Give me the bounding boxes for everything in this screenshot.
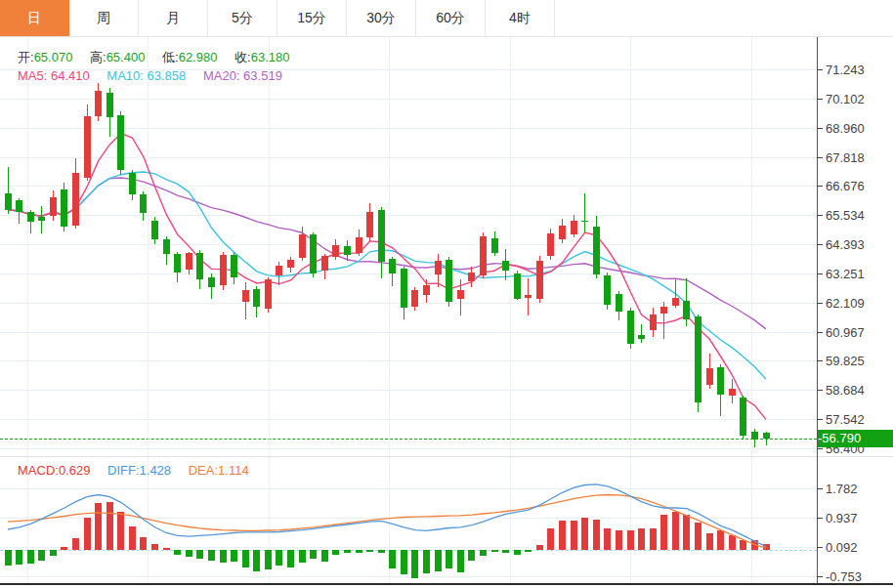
- candle: [729, 389, 736, 396]
- candle: [480, 236, 487, 275]
- time-gridline: [751, 457, 752, 583]
- candle: [321, 256, 328, 271]
- macd-histogram-bar: [457, 550, 464, 572]
- candle: [61, 189, 67, 227]
- candle: [502, 261, 509, 271]
- candle: [650, 315, 657, 330]
- candle: [5, 193, 12, 210]
- ma10-value: MA10: 63.858: [106, 68, 186, 83]
- macd-histogram-bar: [751, 540, 758, 551]
- candle: [547, 233, 554, 256]
- price-axis-label: 70.102: [826, 91, 865, 105]
- macd-histogram-bar: [151, 544, 158, 550]
- price-gridline: [0, 419, 817, 420]
- current-price-tag: -56.790: [818, 430, 893, 447]
- axis-tick-mark: [817, 186, 823, 187]
- candle: [378, 210, 385, 262]
- tab-60min[interactable]: 60分: [416, 0, 486, 36]
- axis-tick-mark: [817, 244, 823, 245]
- price-gridline: [0, 303, 817, 304]
- candle: [616, 294, 622, 312]
- candle: [332, 245, 339, 257]
- price-axis-label: 60.967: [826, 324, 865, 339]
- macd-histogram-bar: [95, 503, 102, 551]
- candle: [356, 237, 362, 253]
- price-gridline: [0, 244, 817, 245]
- kline-app: 日周月5分15分30分60分4时 开:65.070 高:65.400 低:62.…: [0, 0, 893, 588]
- candle: [423, 285, 430, 296]
- candle: [457, 290, 464, 298]
- macd-histogram-bar: [129, 526, 136, 550]
- candle: [95, 91, 102, 116]
- price-gridline: [0, 186, 817, 187]
- price-axis-label: 62.109: [826, 295, 865, 310]
- candle: [117, 115, 124, 170]
- candle: [276, 266, 282, 275]
- candle: [627, 311, 634, 344]
- candle: [208, 277, 215, 287]
- macd-histogram-bar: [571, 521, 577, 550]
- macd-histogram-bar: [423, 550, 430, 573]
- macd-histogram-bar: [683, 515, 690, 551]
- price-axis-line: [817, 37, 818, 585]
- ma10-line: [8, 172, 766, 379]
- axis-tick-mark: [817, 303, 823, 304]
- candle: [220, 255, 227, 286]
- axis-tick-mark: [817, 518, 823, 519]
- candle-wick: [584, 193, 585, 233]
- price-axis-label: 63.251: [826, 266, 865, 280]
- macd-histogram-bar: [389, 550, 396, 567]
- time-gridline: [630, 457, 631, 583]
- candle: [151, 221, 158, 238]
- macd-histogram-bar: [106, 502, 113, 551]
- macd-histogram-bar: [401, 550, 407, 573]
- candle: [84, 116, 91, 178]
- tab-day[interactable]: 日: [0, 0, 69, 36]
- tab-30min[interactable]: 30分: [347, 0, 416, 36]
- macd-histogram-bar: [72, 538, 79, 550]
- tab-month[interactable]: 月: [139, 0, 208, 36]
- tab-4hour[interactable]: 4时: [486, 0, 555, 36]
- price-axis-label: 67.818: [826, 149, 865, 164]
- macd-histogram-bar: [616, 530, 622, 550]
- tab-5min[interactable]: 5分: [208, 0, 277, 36]
- time-gridline: [27, 37, 28, 456]
- macd-zero-line: [0, 550, 817, 551]
- tab-15min[interactable]: 15分: [277, 0, 347, 36]
- price-gridline: [0, 99, 817, 100]
- candle: [672, 298, 679, 306]
- candlestick-chart[interactable]: 开:65.070 高:65.400 低:62.980 收:63.180 MA5:…: [0, 37, 817, 456]
- candle: [299, 234, 306, 257]
- macd-histogram-bar: [581, 518, 588, 550]
- candle: [253, 289, 260, 307]
- price-axis-label: 59.825: [826, 354, 865, 368]
- macd-histogram-bar: [514, 550, 521, 555]
- candle: [525, 295, 532, 298]
- ma20-value: MA20: 63.519: [203, 68, 282, 83]
- macd-chart[interactable]: MACD:0.629 DIFF:1.428 DEA:1.114: [0, 457, 817, 583]
- macd-histogram-bar: [740, 540, 746, 550]
- candle: [186, 253, 192, 270]
- macd-histogram-bar: [356, 550, 362, 552]
- candle: [491, 238, 498, 253]
- axis-tick-mark: [817, 215, 823, 216]
- macd-histogram-bar: [117, 512, 124, 550]
- macd-row: MACD:0.629 DIFF:1.428 DEA:1.114: [18, 463, 263, 478]
- tab-week[interactable]: 周: [69, 0, 139, 36]
- macd-histogram-bar: [446, 550, 452, 567]
- macd-histogram-bar: [140, 537, 147, 550]
- macd-histogram-bar: [287, 550, 294, 567]
- axis-tick-mark: [817, 360, 823, 361]
- macd-histogram-bar: [310, 550, 317, 559]
- candle: [27, 212, 34, 222]
- high-label: 高:: [90, 50, 106, 64]
- macd-histogram-bar: [16, 550, 22, 565]
- candle: [468, 273, 475, 281]
- candle: [581, 221, 588, 223]
- candle: [683, 301, 690, 319]
- candle: [446, 260, 452, 302]
- macd-histogram-bar: [242, 550, 249, 567]
- time-gridline: [751, 37, 752, 456]
- candle: [717, 367, 724, 395]
- time-gridline: [510, 457, 511, 583]
